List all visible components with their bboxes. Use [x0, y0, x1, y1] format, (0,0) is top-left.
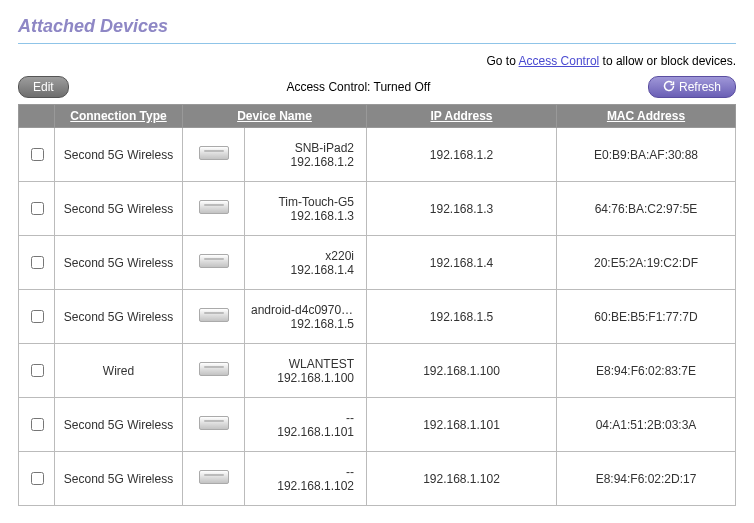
mac-address: 20:E5:2A:19:C2:DF [557, 236, 736, 290]
device-name-ip: 192.168.1.102 [251, 479, 354, 493]
refresh-button-label: Refresh [679, 80, 721, 94]
table-row: Second 5G Wirelessx220i192.168.1.4192.16… [19, 236, 736, 290]
device-name: -- [251, 465, 354, 479]
mac-address: 64:76:BA:C2:97:5E [557, 182, 736, 236]
devices-table: Connection Type Device Name IP Address M… [18, 104, 736, 506]
col-device-name[interactable]: Device Name [183, 105, 367, 128]
ip-address: 192.168.1.3 [367, 182, 557, 236]
mac-address: E8:94:F6:02:2D:17 [557, 452, 736, 506]
device-name: WLANTEST [251, 357, 354, 371]
device-icon-cell [183, 344, 245, 398]
table-header-row: Connection Type Device Name IP Address M… [19, 105, 736, 128]
ip-address: 192.168.1.4 [367, 236, 557, 290]
mac-address: 60:BE:B5:F1:77:7D [557, 290, 736, 344]
row-checkbox-cell [19, 236, 55, 290]
row-checkbox-cell [19, 398, 55, 452]
refresh-button[interactable]: Refresh [648, 76, 736, 98]
device-name-ip: 192.168.1.4 [251, 263, 354, 277]
device-name: Tim-Touch-G5 [251, 195, 354, 209]
ip-address: 192.168.1.102 [367, 452, 557, 506]
device-name-cell: x220i192.168.1.4 [245, 236, 367, 290]
device-name-cell: SNB-iPad2192.168.1.2 [245, 128, 367, 182]
device-icon [199, 146, 229, 160]
ip-address: 192.168.1.2 [367, 128, 557, 182]
col-checkbox [19, 105, 55, 128]
access-control-status: Access Control: Turned Off [69, 80, 648, 94]
col-ip[interactable]: IP Address [367, 105, 557, 128]
device-name: x220i [251, 249, 354, 263]
table-row: WiredWLANTEST192.168.1.100192.168.1.100E… [19, 344, 736, 398]
row-checkbox[interactable] [31, 364, 44, 377]
table-row: Second 5G Wirelessandroid-d4c097097bf9e7… [19, 290, 736, 344]
mac-address: E0:B9:BA:AF:30:88 [557, 128, 736, 182]
device-name-cell: --192.168.1.102 [245, 452, 367, 506]
connection-type: Second 5G Wireless [55, 182, 183, 236]
row-checkbox[interactable] [31, 310, 44, 323]
access-control-hint: Go to Access Control to allow or block d… [18, 54, 736, 68]
device-name-cell: Tim-Touch-G5192.168.1.3 [245, 182, 367, 236]
access-control-link[interactable]: Access Control [519, 54, 600, 68]
connection-type: Second 5G Wireless [55, 236, 183, 290]
device-name-ip: 192.168.1.100 [251, 371, 354, 385]
col-connection[interactable]: Connection Type [55, 105, 183, 128]
table-row: Second 5G WirelessSNB-iPad2192.168.1.219… [19, 128, 736, 182]
connection-type: Second 5G Wireless [55, 290, 183, 344]
device-icon [199, 416, 229, 430]
connection-type: Second 5G Wireless [55, 398, 183, 452]
ip-address: 192.168.1.5 [367, 290, 557, 344]
row-checkbox[interactable] [31, 148, 44, 161]
row-checkbox[interactable] [31, 418, 44, 431]
page-title: Attached Devices [18, 16, 736, 37]
row-checkbox[interactable] [31, 256, 44, 269]
divider [18, 43, 736, 44]
row-checkbox-cell [19, 290, 55, 344]
device-icon [199, 308, 229, 322]
device-icon [199, 470, 229, 484]
table-row: Second 5G Wireless--192.168.1.101192.168… [19, 398, 736, 452]
device-name-ip: 192.168.1.5 [251, 317, 354, 331]
device-name-cell: --192.168.1.101 [245, 398, 367, 452]
edit-button-label: Edit [33, 80, 54, 94]
device-name-ip: 192.168.1.3 [251, 209, 354, 223]
device-icon [199, 254, 229, 268]
device-icon [199, 200, 229, 214]
device-icon [199, 362, 229, 376]
device-icon-cell [183, 236, 245, 290]
device-name-ip: 192.168.1.101 [251, 425, 354, 439]
connection-type: Second 5G Wireless [55, 128, 183, 182]
ip-address: 192.168.1.100 [367, 344, 557, 398]
refresh-icon [663, 80, 675, 94]
device-icon-cell [183, 398, 245, 452]
device-icon-cell [183, 182, 245, 236]
device-name-cell: WLANTEST192.168.1.100 [245, 344, 367, 398]
device-name-ip: 192.168.1.2 [251, 155, 354, 169]
device-name-cell: android-d4c097097bf9e7df192.168.1.5 [245, 290, 367, 344]
edit-button[interactable]: Edit [18, 76, 69, 98]
hint-prefix: Go to [487, 54, 519, 68]
row-checkbox-cell [19, 128, 55, 182]
device-name: android-d4c097097bf9e7df [251, 303, 354, 317]
row-checkbox-cell [19, 452, 55, 506]
table-row: Second 5G Wireless--192.168.1.102192.168… [19, 452, 736, 506]
device-icon-cell [183, 290, 245, 344]
connection-type: Second 5G Wireless [55, 452, 183, 506]
col-mac[interactable]: MAC Address [557, 105, 736, 128]
row-checkbox[interactable] [31, 202, 44, 215]
connection-type: Wired [55, 344, 183, 398]
ip-address: 192.168.1.101 [367, 398, 557, 452]
toolbar: Edit Access Control: Turned Off Refresh [18, 76, 736, 98]
mac-address: 04:A1:51:2B:03:3A [557, 398, 736, 452]
hint-suffix: to allow or block devices. [599, 54, 736, 68]
device-name: -- [251, 411, 354, 425]
device-icon-cell [183, 452, 245, 506]
row-checkbox-cell [19, 344, 55, 398]
table-row: Second 5G WirelessTim-Touch-G5192.168.1.… [19, 182, 736, 236]
row-checkbox-cell [19, 182, 55, 236]
mac-address: E8:94:F6:02:83:7E [557, 344, 736, 398]
device-name: SNB-iPad2 [251, 141, 354, 155]
row-checkbox[interactable] [31, 472, 44, 485]
device-icon-cell [183, 128, 245, 182]
